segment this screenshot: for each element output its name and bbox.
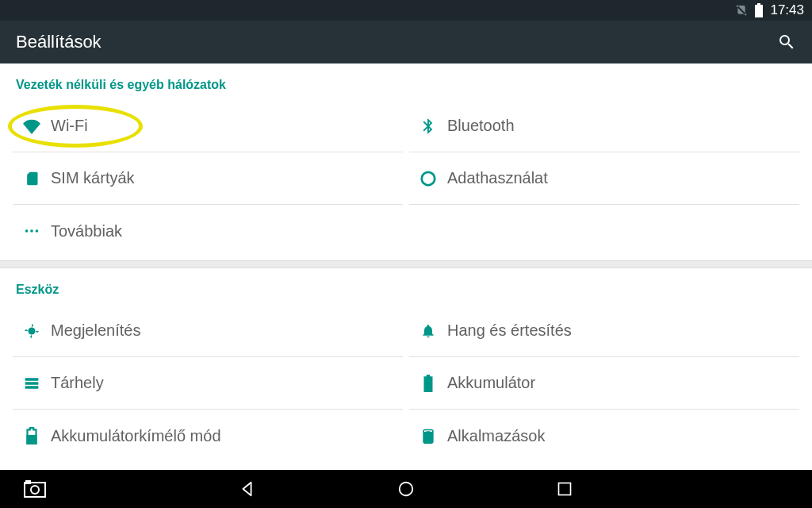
camera-icon [24, 480, 46, 498]
settings-item-label: Hang és értesítés [447, 321, 572, 340]
search-icon [777, 33, 796, 52]
settings-item-label: Akkumulátorkímélő mód [51, 427, 221, 445]
back-icon [239, 480, 256, 498]
settings-item-data[interactable]: Adathasználat [409, 152, 799, 205]
home-icon [397, 480, 415, 498]
settings-item-more[interactable]: Továbbiak [13, 205, 403, 257]
svg-point-7 [431, 429, 432, 431]
wifi-icon [13, 117, 51, 135]
settings-item-label: SIM kártyák [51, 169, 135, 187]
section-divider [0, 260, 812, 268]
settings-item-label: Wi-Fi [51, 117, 88, 135]
section-header-wireless: Vezeték nélküli és egyéb hálózatok [0, 64, 812, 100]
svg-point-11 [400, 483, 413, 496]
svg-rect-12 [559, 483, 571, 495]
svg-point-1 [25, 229, 29, 233]
svg-point-4 [28, 327, 35, 334]
settings-item-label: Tárhely [51, 374, 104, 392]
navigation-bar [0, 470, 812, 508]
svg-point-2 [30, 229, 33, 233]
battery-icon [409, 375, 447, 392]
display-icon [13, 322, 51, 340]
svg-point-3 [36, 229, 39, 233]
more-icon [13, 222, 51, 240]
settings-content: Vezeték nélküli és egyéb hálózatok Wi-Fi… [0, 64, 812, 470]
settings-item-sound[interactable]: Hang és értesítés [409, 305, 799, 357]
svg-rect-8 [25, 483, 45, 497]
settings-item-label: Továbbiak [51, 222, 122, 241]
svg-point-0 [422, 171, 435, 185]
settings-item-sim[interactable]: SIM kártyák [13, 152, 403, 205]
svg-rect-10 [26, 481, 30, 483]
bluetooth-icon [409, 117, 447, 135]
settings-item-label: Akkumulátor [447, 374, 535, 392]
svg-rect-5 [28, 436, 36, 444]
battery-saver-icon [13, 427, 51, 444]
nav-back-button[interactable] [228, 480, 266, 498]
nav-home-button[interactable] [387, 480, 425, 498]
settings-item-label: Adathasználat [447, 169, 548, 187]
settings-item-wifi[interactable]: Wi-Fi [13, 100, 403, 152]
settings-item-label: Megjelenítés [51, 321, 140, 340]
status-bar: 17:43 [0, 0, 812, 21]
storage-icon [13, 375, 51, 391]
sim-icon [13, 171, 51, 187]
svg-point-6 [425, 429, 427, 431]
status-time: 17:43 [770, 2, 804, 18]
page-title: Beállítások [16, 32, 777, 52]
battery-icon [754, 3, 764, 17]
section-header-device: Eszköz [0, 268, 812, 305]
settings-item-battery-saver[interactable]: Akkumulátorkímélő mód [13, 410, 403, 462]
settings-item-battery[interactable]: Akkumulátor [409, 357, 799, 410]
recent-icon [557, 481, 573, 497]
nav-recent-button[interactable] [546, 481, 584, 497]
no-sim-icon [735, 4, 748, 17]
screenshot-button[interactable] [16, 480, 54, 498]
app-bar: Beállítások [0, 21, 812, 64]
settings-item-apps[interactable]: Alkalmazások [409, 410, 799, 462]
settings-item-label: Bluetooth [447, 117, 515, 135]
settings-item-bluetooth[interactable]: Bluetooth [409, 100, 799, 152]
settings-item-display[interactable]: Megjelenítés [13, 305, 403, 357]
search-button[interactable] [777, 33, 796, 52]
bell-icon [409, 323, 447, 339]
svg-point-9 [31, 486, 39, 494]
settings-item-storage[interactable]: Tárhely [13, 357, 403, 410]
apps-icon [409, 427, 447, 444]
data-usage-icon [409, 170, 447, 187]
settings-item-label: Alkalmazások [447, 427, 545, 445]
